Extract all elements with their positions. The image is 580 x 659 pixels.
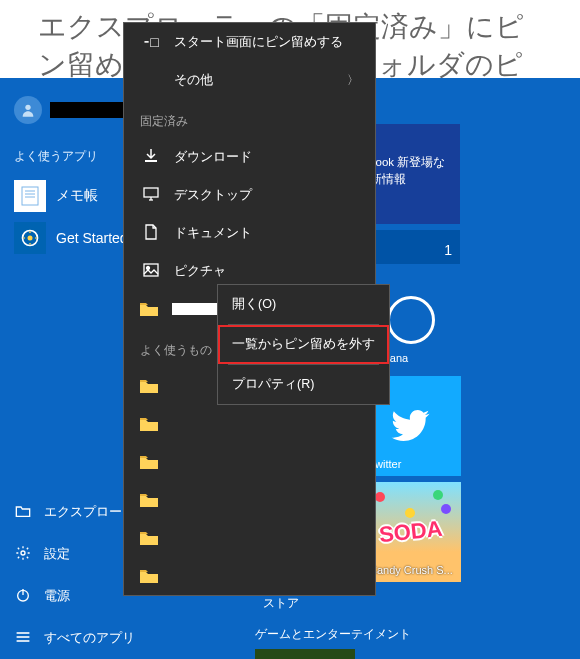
ctx-frequent-folder[interactable] — [124, 443, 375, 481]
ctx-section-pinned: 固定済み — [124, 99, 375, 138]
folder-icon — [140, 418, 158, 431]
soda-logo: SODA — [378, 516, 444, 549]
all-apps-icon — [14, 630, 32, 647]
ctx-documents[interactable]: ドキュメント — [124, 214, 375, 252]
download-icon — [140, 148, 162, 167]
folder-icon — [140, 456, 158, 469]
svg-rect-34 — [145, 160, 157, 162]
tile-movies[interactable] — [467, 649, 567, 659]
svg-point-7 — [21, 551, 25, 555]
tile-groove[interactable] — [361, 649, 461, 659]
ctx2-properties[interactable]: プロパティ(R) — [218, 365, 389, 404]
folder-icon — [140, 380, 158, 393]
getstarted-icon — [14, 222, 46, 254]
tile-xbox[interactable] — [255, 649, 355, 659]
svg-point-39 — [147, 266, 150, 269]
ctx-frequent-folder[interactable] — [124, 557, 375, 595]
ctx-label: スタート画面にピン留めする — [174, 34, 343, 51]
cortana-icon — [387, 296, 435, 344]
svg-rect-38 — [144, 264, 158, 276]
ctx-label: ドキュメント — [174, 225, 252, 242]
folder-icon — [140, 532, 158, 545]
chevron-right-icon: 〉 — [347, 72, 359, 89]
tile-badge-count: 1 — [444, 242, 452, 258]
ctx-frequent-folder[interactable] — [124, 481, 375, 519]
tile-label: Candy Crush S... — [369, 564, 453, 576]
ctx-label: ピクチャ — [174, 263, 226, 280]
ctx-label: ダウンロード — [174, 149, 252, 166]
app-label: メモ帳 — [56, 187, 98, 205]
app-label: Get Started — [56, 230, 128, 246]
ctx-label: デスクトップ — [174, 187, 252, 204]
user-avatar-icon — [14, 96, 42, 124]
ctx2-unpin-from-list[interactable]: 一覧からピン留めを外す — [218, 325, 389, 364]
sys-label: 電源 — [44, 587, 70, 605]
explorer-icon — [14, 504, 32, 521]
sys-label: すべてのアプリ — [44, 629, 135, 647]
candy-decor — [405, 508, 415, 518]
notepad-icon — [14, 180, 46, 212]
games-section-label: ゲームとエンターテイメント — [255, 626, 568, 643]
desktop-icon — [140, 187, 162, 204]
folder-icon — [140, 570, 158, 583]
svg-rect-35 — [144, 188, 158, 197]
svg-point-6 — [28, 236, 33, 241]
folder-icon — [140, 494, 158, 507]
twitter-icon — [387, 406, 435, 446]
ctx-others[interactable]: その他 〉 — [124, 61, 375, 99]
power-icon — [14, 587, 32, 606]
ctx2-open[interactable]: 開く(O) — [218, 285, 389, 324]
candy-decor — [441, 504, 451, 514]
ctx-downloads[interactable]: ダウンロード — [124, 138, 375, 176]
sys-label: 設定 — [44, 545, 70, 563]
svg-point-0 — [25, 105, 30, 110]
svg-rect-1 — [22, 187, 38, 205]
ctx-label: その他 — [174, 72, 213, 89]
candy-decor — [375, 492, 385, 502]
document-icon — [140, 224, 162, 243]
tile-candy-crush[interactable]: SODA Candy Crush S... — [361, 482, 461, 582]
ctx-frequent-folder[interactable] — [124, 405, 375, 443]
sys-all-apps[interactable]: すべてのアプリ — [0, 617, 243, 659]
ctx-frequent-folder[interactable] — [124, 519, 375, 557]
pin-icon: ⁃□ — [140, 34, 162, 50]
folder-icon — [140, 303, 158, 316]
picture-icon — [140, 263, 162, 280]
candy-decor — [433, 490, 443, 500]
ctx-desktop[interactable]: デスクトップ — [124, 176, 375, 214]
tile-label: ストア — [263, 595, 299, 612]
ctx-pin-to-start[interactable]: ⁃□ スタート画面にピン留めする — [124, 23, 375, 61]
gear-icon — [14, 545, 32, 564]
folder-context-submenu: 開く(O) 一覧からピン留めを外す プロパティ(R) — [217, 284, 390, 405]
